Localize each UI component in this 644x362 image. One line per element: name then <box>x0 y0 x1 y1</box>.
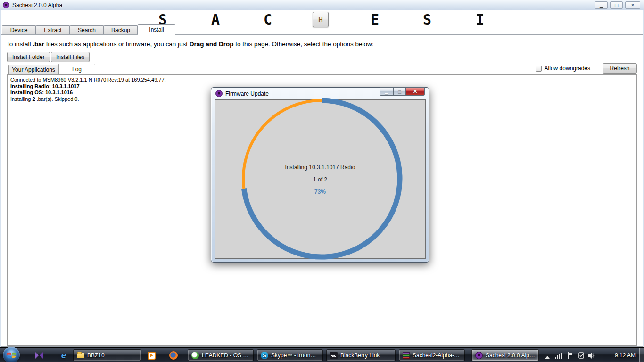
firefox-icon[interactable] <box>167 350 180 361</box>
folder-icon <box>77 353 84 358</box>
dialog-minimize-button[interactable]: ▁ <box>380 87 393 96</box>
maximize-button[interactable]: ▢ <box>610 1 623 9</box>
app-title: Sachesi 2.0.0 Alpha <box>12 2 62 8</box>
action-center-flag-icon[interactable] <box>566 352 574 359</box>
tray-expand-icon[interactable] <box>543 352 551 359</box>
allow-downgrades-checkbox[interactable] <box>536 66 542 72</box>
allow-downgrades-label: Allow downgrades <box>545 65 590 72</box>
blackberry-icon <box>330 352 338 359</box>
banner-letter: A <box>211 11 220 28</box>
dialog-close-button[interactable]: ✕ <box>406 87 425 96</box>
sachesi-icon <box>475 352 483 359</box>
taskbar-button-leadked[interactable]: LEADKED - OS 10.3... <box>188 349 254 361</box>
taskbar: e BBZ10 LEADKED - OS 10.3... S Skype™ - … <box>0 347 644 362</box>
dialog-content: Installing 10.3.1.1017 Radio 1 of 2 73% <box>215 99 426 259</box>
dialog-status-line1: Installing 10.3.1.1017 Radio <box>215 164 425 171</box>
minimize-button[interactable]: ▁ <box>595 1 608 9</box>
sachesi-dialog-icon <box>215 90 223 97</box>
subtab-your-applications[interactable]: Your Applications <box>8 65 58 74</box>
close-button[interactable]: ✕ <box>625 1 640 9</box>
taskbar-clock[interactable]: 9:12 AM <box>615 348 636 362</box>
taskbar-button-bbz10[interactable]: BBZ10 <box>73 349 141 361</box>
refresh-button[interactable]: Refresh <box>603 63 637 74</box>
network-signal-icon[interactable] <box>554 352 562 359</box>
tab-install[interactable]: Install <box>138 24 175 35</box>
install-files-button[interactable]: Install Files <box>51 52 90 62</box>
banner-letter: S <box>423 11 431 28</box>
taskbar-button-blackberry-link[interactable]: BlackBerry Link <box>326 349 396 361</box>
banner-letter: C <box>264 11 272 28</box>
sachesi-app-icon <box>3 2 9 8</box>
start-button[interactable] <box>3 347 20 362</box>
taskbar-button-sachesi-zip[interactable]: Sachesi2-Alpha-Wi... <box>399 349 465 361</box>
volume-icon[interactable] <box>588 352 596 359</box>
firmware-update-dialog: Firmware Update ▁ ▢ ✕ Installing 10.3.1.… <box>211 87 429 263</box>
dialog-status-line2: 1 of 2 <box>215 176 425 183</box>
media-player-icon[interactable] <box>145 350 157 361</box>
install-instruction: To install .bar files such as applicatio… <box>6 41 374 48</box>
ring-remaining-arc <box>243 100 322 189</box>
subtab-log[interactable]: Log <box>58 64 95 74</box>
safely-remove-hardware-icon[interactable] <box>577 352 585 359</box>
banner-h-button[interactable]: H <box>313 12 329 27</box>
winrar-icon <box>403 352 410 359</box>
banner-letter: E <box>371 11 379 28</box>
taskbar-button-sachesi[interactable]: Sachesi 2.0.0 Alpha <box>471 349 539 361</box>
show-desktop-button[interactable] <box>639 348 644 362</box>
tab-device[interactable]: Device <box>2 25 36 34</box>
kmplayer-icon[interactable] <box>33 350 45 361</box>
dialog-title: Firmware Update <box>225 90 269 97</box>
banner-letter: I <box>476 11 484 28</box>
windows-flag-icon <box>7 351 16 359</box>
tab-search[interactable]: Search <box>70 25 104 34</box>
taskbar-button-skype[interactable]: S Skype™ - truong-p... <box>257 349 323 361</box>
tab-backup[interactable]: Backup <box>104 25 138 34</box>
leadked-icon <box>191 352 199 359</box>
internet-explorer-icon[interactable]: e <box>58 350 70 361</box>
skype-icon: S <box>261 352 268 359</box>
log-line: Connected to MSM8960 V3.2.1.1 N R070 Rev… <box>10 77 634 83</box>
dialog-maximize-button[interactable]: ▢ <box>393 87 406 96</box>
install-folder-button[interactable]: Install Folder <box>7 52 50 62</box>
app-titlebar: Sachesi 2.0.0 Alpha ▁ ▢ ✕ <box>0 0 644 10</box>
tab-extract[interactable]: Extract <box>36 25 70 34</box>
desktop: Sachesi 2.0.0 Alpha ▁ ▢ ✕ S A C H E S I … <box>0 0 644 362</box>
dialog-progress-percent: 73% <box>215 189 425 195</box>
